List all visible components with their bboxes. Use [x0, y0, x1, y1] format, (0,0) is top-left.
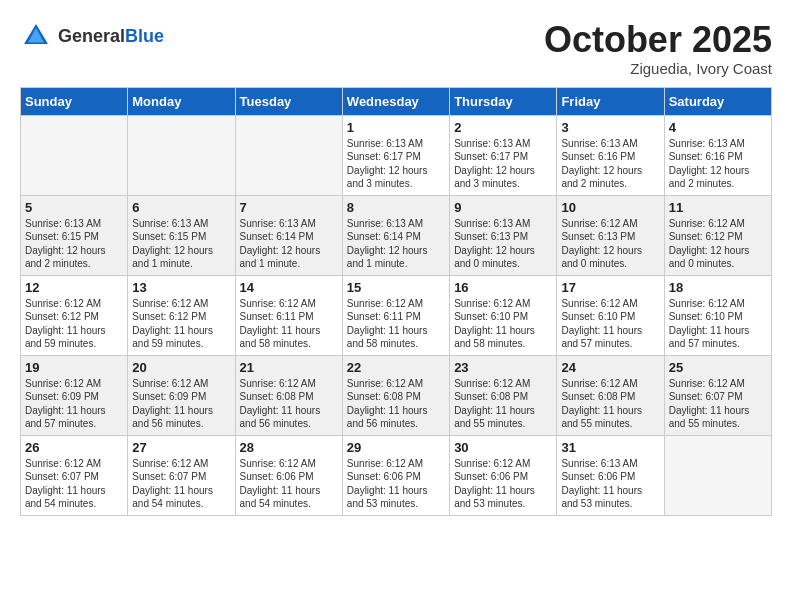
calendar-day-cell: 4Sunrise: 6:13 AM Sunset: 6:16 PM Daylig…	[664, 115, 771, 195]
calendar-day-cell: 31Sunrise: 6:13 AM Sunset: 6:06 PM Dayli…	[557, 435, 664, 515]
logo-blue: Blue	[125, 26, 164, 46]
day-info: Sunrise: 6:12 AM Sunset: 6:07 PM Dayligh…	[132, 457, 230, 511]
calendar-body: 1Sunrise: 6:13 AM Sunset: 6:17 PM Daylig…	[21, 115, 772, 515]
calendar-day-cell	[235, 115, 342, 195]
weekday-header-thursday: Thursday	[450, 87, 557, 115]
calendar-day-cell: 27Sunrise: 6:12 AM Sunset: 6:07 PM Dayli…	[128, 435, 235, 515]
day-info: Sunrise: 6:12 AM Sunset: 6:08 PM Dayligh…	[347, 377, 445, 431]
day-number: 13	[132, 280, 230, 295]
day-number: 22	[347, 360, 445, 375]
day-info: Sunrise: 6:12 AM Sunset: 6:12 PM Dayligh…	[132, 297, 230, 351]
calendar-day-cell	[128, 115, 235, 195]
day-number: 25	[669, 360, 767, 375]
calendar-day-cell: 25Sunrise: 6:12 AM Sunset: 6:07 PM Dayli…	[664, 355, 771, 435]
logo-icon	[20, 20, 52, 52]
day-info: Sunrise: 6:12 AM Sunset: 6:06 PM Dayligh…	[454, 457, 552, 511]
day-number: 10	[561, 200, 659, 215]
calendar-day-cell: 3Sunrise: 6:13 AM Sunset: 6:16 PM Daylig…	[557, 115, 664, 195]
day-info: Sunrise: 6:12 AM Sunset: 6:10 PM Dayligh…	[454, 297, 552, 351]
day-info: Sunrise: 6:12 AM Sunset: 6:07 PM Dayligh…	[669, 377, 767, 431]
day-info: Sunrise: 6:13 AM Sunset: 6:16 PM Dayligh…	[561, 137, 659, 191]
weekday-header-friday: Friday	[557, 87, 664, 115]
day-number: 3	[561, 120, 659, 135]
day-info: Sunrise: 6:12 AM Sunset: 6:08 PM Dayligh…	[561, 377, 659, 431]
calendar-day-cell: 29Sunrise: 6:12 AM Sunset: 6:06 PM Dayli…	[342, 435, 449, 515]
calendar-day-cell: 20Sunrise: 6:12 AM Sunset: 6:09 PM Dayli…	[128, 355, 235, 435]
day-info: Sunrise: 6:12 AM Sunset: 6:09 PM Dayligh…	[25, 377, 123, 431]
calendar-day-cell: 7Sunrise: 6:13 AM Sunset: 6:14 PM Daylig…	[235, 195, 342, 275]
day-info: Sunrise: 6:13 AM Sunset: 6:14 PM Dayligh…	[347, 217, 445, 271]
day-info: Sunrise: 6:12 AM Sunset: 6:08 PM Dayligh…	[240, 377, 338, 431]
calendar-day-cell: 10Sunrise: 6:12 AM Sunset: 6:13 PM Dayli…	[557, 195, 664, 275]
calendar-day-cell: 2Sunrise: 6:13 AM Sunset: 6:17 PM Daylig…	[450, 115, 557, 195]
calendar-day-cell: 12Sunrise: 6:12 AM Sunset: 6:12 PM Dayli…	[21, 275, 128, 355]
calendar-day-cell: 18Sunrise: 6:12 AM Sunset: 6:10 PM Dayli…	[664, 275, 771, 355]
day-info: Sunrise: 6:12 AM Sunset: 6:06 PM Dayligh…	[347, 457, 445, 511]
calendar-day-cell: 1Sunrise: 6:13 AM Sunset: 6:17 PM Daylig…	[342, 115, 449, 195]
weekday-header-sunday: Sunday	[21, 87, 128, 115]
day-number: 9	[454, 200, 552, 215]
day-number: 27	[132, 440, 230, 455]
day-number: 7	[240, 200, 338, 215]
day-number: 31	[561, 440, 659, 455]
day-info: Sunrise: 6:12 AM Sunset: 6:11 PM Dayligh…	[347, 297, 445, 351]
calendar-day-cell: 26Sunrise: 6:12 AM Sunset: 6:07 PM Dayli…	[21, 435, 128, 515]
location-title: Ziguedia, Ivory Coast	[544, 60, 772, 77]
day-number: 17	[561, 280, 659, 295]
calendar-day-cell: 28Sunrise: 6:12 AM Sunset: 6:06 PM Dayli…	[235, 435, 342, 515]
day-number: 4	[669, 120, 767, 135]
calendar-day-cell: 30Sunrise: 6:12 AM Sunset: 6:06 PM Dayli…	[450, 435, 557, 515]
weekday-header-wednesday: Wednesday	[342, 87, 449, 115]
day-number: 20	[132, 360, 230, 375]
calendar-week-row: 26Sunrise: 6:12 AM Sunset: 6:07 PM Dayli…	[21, 435, 772, 515]
weekday-header-row: SundayMondayTuesdayWednesdayThursdayFrid…	[21, 87, 772, 115]
day-number: 14	[240, 280, 338, 295]
calendar-day-cell: 6Sunrise: 6:13 AM Sunset: 6:15 PM Daylig…	[128, 195, 235, 275]
calendar-day-cell: 23Sunrise: 6:12 AM Sunset: 6:08 PM Dayli…	[450, 355, 557, 435]
day-info: Sunrise: 6:13 AM Sunset: 6:15 PM Dayligh…	[25, 217, 123, 271]
day-number: 5	[25, 200, 123, 215]
day-number: 29	[347, 440, 445, 455]
day-number: 15	[347, 280, 445, 295]
calendar-day-cell: 17Sunrise: 6:12 AM Sunset: 6:10 PM Dayli…	[557, 275, 664, 355]
day-info: Sunrise: 6:12 AM Sunset: 6:12 PM Dayligh…	[669, 217, 767, 271]
logo: GeneralBlue	[20, 20, 164, 52]
day-number: 28	[240, 440, 338, 455]
logo-general: General	[58, 26, 125, 46]
day-info: Sunrise: 6:12 AM Sunset: 6:07 PM Dayligh…	[25, 457, 123, 511]
day-info: Sunrise: 6:12 AM Sunset: 6:11 PM Dayligh…	[240, 297, 338, 351]
day-number: 1	[347, 120, 445, 135]
day-info: Sunrise: 6:13 AM Sunset: 6:06 PM Dayligh…	[561, 457, 659, 511]
month-title: October 2025	[544, 20, 772, 60]
logo-text: GeneralBlue	[58, 26, 164, 47]
day-number: 16	[454, 280, 552, 295]
calendar-day-cell: 24Sunrise: 6:12 AM Sunset: 6:08 PM Dayli…	[557, 355, 664, 435]
weekday-header-saturday: Saturday	[664, 87, 771, 115]
day-number: 18	[669, 280, 767, 295]
day-number: 21	[240, 360, 338, 375]
calendar-week-row: 12Sunrise: 6:12 AM Sunset: 6:12 PM Dayli…	[21, 275, 772, 355]
calendar-week-row: 1Sunrise: 6:13 AM Sunset: 6:17 PM Daylig…	[21, 115, 772, 195]
calendar-day-cell: 9Sunrise: 6:13 AM Sunset: 6:13 PM Daylig…	[450, 195, 557, 275]
day-number: 26	[25, 440, 123, 455]
calendar-day-cell: 16Sunrise: 6:12 AM Sunset: 6:10 PM Dayli…	[450, 275, 557, 355]
weekday-header-monday: Monday	[128, 87, 235, 115]
calendar-day-cell	[664, 435, 771, 515]
calendar-day-cell: 19Sunrise: 6:12 AM Sunset: 6:09 PM Dayli…	[21, 355, 128, 435]
day-info: Sunrise: 6:12 AM Sunset: 6:10 PM Dayligh…	[669, 297, 767, 351]
day-info: Sunrise: 6:12 AM Sunset: 6:09 PM Dayligh…	[132, 377, 230, 431]
page-header: GeneralBlue October 2025 Ziguedia, Ivory…	[20, 20, 772, 77]
day-info: Sunrise: 6:13 AM Sunset: 6:16 PM Dayligh…	[669, 137, 767, 191]
calendar-day-cell: 11Sunrise: 6:12 AM Sunset: 6:12 PM Dayli…	[664, 195, 771, 275]
day-number: 30	[454, 440, 552, 455]
day-info: Sunrise: 6:13 AM Sunset: 6:15 PM Dayligh…	[132, 217, 230, 271]
day-number: 6	[132, 200, 230, 215]
weekday-header-tuesday: Tuesday	[235, 87, 342, 115]
calendar-table: SundayMondayTuesdayWednesdayThursdayFrid…	[20, 87, 772, 516]
calendar-day-cell: 13Sunrise: 6:12 AM Sunset: 6:12 PM Dayli…	[128, 275, 235, 355]
calendar-day-cell: 8Sunrise: 6:13 AM Sunset: 6:14 PM Daylig…	[342, 195, 449, 275]
day-info: Sunrise: 6:12 AM Sunset: 6:10 PM Dayligh…	[561, 297, 659, 351]
title-area: October 2025 Ziguedia, Ivory Coast	[544, 20, 772, 77]
day-info: Sunrise: 6:12 AM Sunset: 6:13 PM Dayligh…	[561, 217, 659, 271]
calendar-day-cell: 5Sunrise: 6:13 AM Sunset: 6:15 PM Daylig…	[21, 195, 128, 275]
